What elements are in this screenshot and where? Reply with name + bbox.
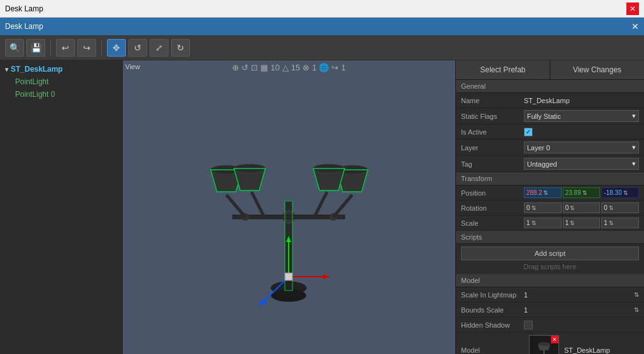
scale-in-lightmap-value: 1 — [524, 291, 631, 299]
rotate-button[interactable]: ↺ — [128, 39, 147, 57]
scale-in-lightmap-row: Scale In Lightmap 1 ⇅ — [456, 287, 644, 302]
main-toolbar: 🔍 💾 ↩ ↪ ✥ ↺ ⤢ ↻ — [0, 35, 644, 60]
os-close-button[interactable]: ✕ — [626, 3, 639, 15]
rot-x-arrow[interactable]: ⇅ — [531, 205, 536, 211]
save-button[interactable]: 💾 — [26, 39, 45, 57]
position-y-input[interactable]: 23.89 ⇅ — [563, 187, 601, 198]
svg-line-9 — [333, 195, 352, 217]
bounds-scale-row: Bounds Scale 1 ⇅ — [456, 302, 644, 318]
lamp-svg — [182, 88, 396, 327]
scale-in-lightmap-label: Scale In Lightmap — [461, 291, 524, 299]
static-flags-row: Static Flags Fully Static ▾ — [456, 108, 644, 124]
tag-dropdown[interactable]: Untagged ▾ — [524, 158, 639, 170]
position-inputs: 288.2 ⇅ 23.89 ⇅ -18.30 ⇅ — [524, 187, 639, 198]
scale-label: Scale — [461, 219, 524, 227]
scale-z-arrow[interactable]: ⇅ — [609, 220, 614, 226]
move-button[interactable]: ✥ — [107, 39, 126, 57]
lamp-scene — [123, 60, 455, 354]
rot-x-value: 0 — [526, 204, 530, 211]
rotation-label: Rotation — [461, 204, 524, 212]
pos-y-arrow[interactable]: ⇅ — [582, 190, 587, 196]
tree-item-desklamp[interactable]: ▾ ST_DeskLamp — [0, 63, 122, 75]
is-active-checkbox[interactable]: ✓ — [524, 128, 533, 136]
transform-button[interactable]: ↻ — [171, 39, 190, 57]
undo-button[interactable]: ↩ — [56, 39, 75, 57]
scale-y-input[interactable]: 1 ⇅ — [563, 218, 601, 228]
is-active-label: Is Active — [461, 128, 524, 136]
window-close-icon[interactable]: ✕ — [631, 21, 639, 31]
main-layout: ▾ ST_DeskLamp PointLight PointLight 0 Vi… — [0, 60, 644, 354]
is-active-row: Is Active ✓ — [456, 124, 644, 140]
svg-point-34 — [538, 342, 550, 346]
pos-x-value: 288.2 — [526, 189, 542, 196]
scripts-section: Add script Drag scripts here — [456, 244, 644, 274]
scale-row: Scale 1 ⇅ 1 ⇅ 1 ⇅ — [456, 216, 644, 231]
rotation-x-input[interactable]: 0 ⇅ — [524, 202, 562, 213]
bounds-scale-value-group: 1 ⇅ — [524, 306, 639, 314]
svg-line-10 — [252, 192, 264, 217]
tree-item-pointlight0[interactable]: PointLight 0 — [0, 88, 122, 101]
toolbar-separator-1 — [50, 40, 51, 55]
svg-rect-5 — [233, 215, 345, 219]
scripts-section-header: Scripts — [456, 231, 644, 244]
svg-marker-28 — [323, 274, 330, 279]
dropdown-arrow-static: ▾ — [632, 112, 636, 120]
hidden-shadow-label: Hidden Shadow — [461, 321, 524, 329]
scale-inputs: 1 ⇅ 1 ⇅ 1 ⇅ — [524, 218, 639, 228]
view-changes-button[interactable]: View Changes — [550, 60, 644, 79]
position-z-input[interactable]: -18.30 ⇅ — [601, 187, 639, 198]
rot-z-arrow[interactable]: ⇅ — [609, 205, 614, 211]
tree-item-pointlight[interactable]: PointLight — [0, 75, 122, 88]
viewport-panel[interactable]: View ⊕ ↺ ⊡ ▦ 10 △ 15 ⊗ 1 🌐 ↪ 1 — [123, 60, 455, 354]
drag-hint: Drag scripts here — [461, 262, 639, 272]
inspector-header-buttons: Select Prefab View Changes — [456, 60, 644, 80]
search-button[interactable]: 🔍 — [5, 39, 24, 57]
position-x-input[interactable]: 288.2 ⇅ — [524, 187, 562, 198]
scale-y-arrow[interactable]: ⇅ — [570, 220, 575, 226]
model-asset-row: Model ✕ ST_DeskLamp — [456, 333, 644, 354]
layer-dropdown[interactable]: Layer 0 ▾ — [524, 141, 639, 153]
pos-z-value: -18.30 — [604, 189, 621, 196]
model-thumbnail-close[interactable]: ✕ — [551, 336, 558, 343]
bounds-scale-label: Bounds Scale — [461, 306, 524, 314]
rot-y-value: 0 — [565, 204, 569, 211]
select-prefab-button[interactable]: Select Prefab — [456, 60, 550, 79]
model-asset-label: Model — [461, 346, 524, 354]
rotation-row: Rotation 0 ⇅ 0 ⇅ 0 ⇅ — [456, 201, 644, 216]
svg-marker-30 — [259, 300, 267, 306]
scale-z-value: 1 — [604, 219, 608, 226]
scale-x-input[interactable]: 1 ⇅ — [524, 218, 562, 228]
toolbar-separator-2 — [101, 40, 102, 55]
pos-z-arrow[interactable]: ⇅ — [623, 190, 628, 196]
position-label: Position — [461, 189, 524, 197]
position-row: Position 288.2 ⇅ 23.89 ⇅ -18.30 ⇅ — [456, 185, 644, 201]
scene-hierarchy-panel: ▾ ST_DeskLamp PointLight PointLight 0 — [0, 60, 123, 354]
static-flags-label: Static Flags — [461, 113, 524, 120]
os-title-bar: Desk Lamp ✕ — [0, 0, 644, 18]
hidden-shadow-checkbox[interactable] — [524, 321, 533, 329]
redo-button[interactable]: ↪ — [77, 39, 96, 57]
svg-point-3 — [271, 289, 306, 302]
scale-button[interactable]: ⤢ — [150, 39, 169, 57]
tag-label: Tag — [461, 160, 524, 168]
add-script-button[interactable]: Add script — [461, 246, 639, 260]
bounds-scale-arrow[interactable]: ⇅ — [634, 306, 639, 313]
window-title: Desk Lamp — [5, 22, 43, 31]
rotation-y-input[interactable]: 0 ⇅ — [563, 202, 601, 213]
rot-y-arrow[interactable]: ⇅ — [570, 205, 575, 211]
scale-x-arrow[interactable]: ⇅ — [531, 220, 536, 226]
general-section-header: General — [456, 80, 644, 93]
model-asset-name: ST_DeskLamp — [564, 346, 610, 354]
pos-x-arrow[interactable]: ⇅ — [543, 190, 548, 196]
name-value: ST_DeskLamp — [524, 97, 639, 104]
static-flags-dropdown[interactable]: Fully Static ▾ — [524, 110, 639, 122]
model-thumbnail[interactable]: ✕ — [529, 335, 559, 354]
rotation-z-input[interactable]: 0 ⇅ — [601, 202, 639, 213]
scale-y-value: 1 — [565, 219, 569, 226]
pos-y-value: 23.89 — [565, 189, 581, 196]
tree-label-desklamp: ST_DeskLamp — [11, 65, 63, 74]
hidden-shadow-row: Hidden Shadow — [456, 318, 644, 333]
scale-lightmap-arrow[interactable]: ⇅ — [634, 291, 639, 298]
tree-arrow-desklamp: ▾ — [5, 66, 8, 73]
scale-z-input[interactable]: 1 ⇅ — [601, 218, 639, 228]
